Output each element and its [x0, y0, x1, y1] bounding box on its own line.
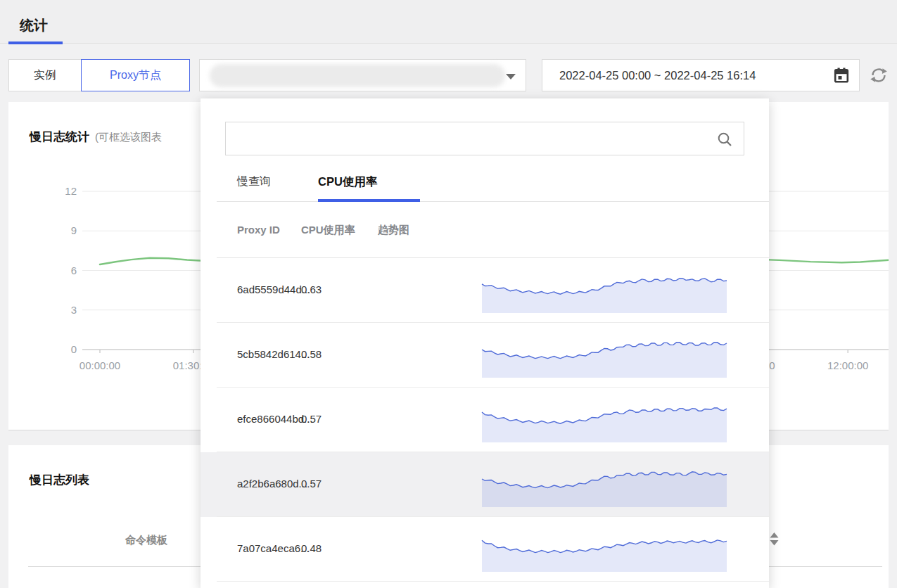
svg-text:00:00:00: 00:00:00	[79, 359, 120, 371]
proxy-row[interactable]: efce866044bd... 0.57	[201, 388, 769, 452]
cpu-trend-sparkline	[481, 267, 728, 313]
cpu-usage-cell: 0.57	[301, 478, 322, 490]
search-box	[225, 122, 744, 155]
svg-text:3: 3	[71, 304, 77, 316]
cpu-trend-sparkline	[481, 525, 728, 572]
sort-icon[interactable]	[770, 532, 779, 546]
proxy-row[interactable]: 7a07ca4eca6... 0.48	[201, 517, 769, 582]
column-header-command-template: 命令模板	[93, 534, 200, 547]
date-range-picker[interactable]: 2022-04-25 00:00 ~ 2022-04-25 16:14	[542, 59, 860, 91]
caret-down-icon	[506, 74, 516, 79]
slow-log-list-title: 慢日志列表	[30, 472, 89, 488]
column-header-trend: 趋势图	[378, 224, 409, 237]
column-header-cpu-usage: CPU使用率	[301, 224, 355, 237]
tab-statistics[interactable]: 统计	[20, 16, 48, 35]
search-input[interactable]	[226, 122, 744, 155]
proxy-node-select[interactable]	[199, 59, 526, 91]
cpu-usage-cell: 0.63	[301, 283, 322, 295]
tab-slow-query[interactable]: 慢查询	[237, 174, 271, 189]
active-panel-tab-underline	[318, 199, 420, 202]
proxy-id-cell: 5cb5842d614...	[237, 348, 310, 360]
column-header-proxy-id: Proxy ID	[237, 224, 280, 236]
cpu-usage-cell: 0.58	[301, 348, 322, 360]
cpu-usage-cell: 0.57	[301, 413, 322, 425]
search-icon	[717, 132, 733, 148]
proxy-row[interactable]: a2f2b6a680d... 0.57	[201, 452, 769, 517]
top-tab-bar: 统计	[0, 0, 897, 44]
svg-text:9: 9	[71, 224, 77, 236]
cpu-trend-sparkline	[481, 461, 728, 507]
proxy-table-rows: 6ad5559d44d... 0.63 5cb5842d614... 0.58 …	[201, 258, 769, 582]
svg-text:6: 6	[71, 264, 77, 276]
tab-cpu-usage[interactable]: CPU使用率	[318, 174, 377, 190]
proxy-row[interactable]: 5cb5842d614... 0.58	[201, 323, 769, 388]
proxy-id-cell: 6ad5559d44d...	[237, 283, 310, 295]
instance-tab-button[interactable]: 实例	[8, 59, 82, 91]
proxy-id-cell: 7a07ca4eca6...	[237, 542, 310, 554]
cpu-trend-sparkline	[481, 331, 728, 378]
proxy-node-tab-button[interactable]: Proxy节点	[81, 59, 190, 91]
tabs-divider	[217, 201, 769, 202]
cpu-trend-sparkline	[481, 396, 728, 442]
proxy-dropdown-panel: 慢查询 CPU使用率 Proxy ID CPU使用率 趋势图 6ad5559d4…	[201, 98, 769, 588]
svg-text:0: 0	[71, 343, 77, 355]
proxy-row[interactable]: 6ad5559d44d... 0.63	[201, 258, 769, 323]
refresh-button[interactable]	[870, 66, 888, 84]
calendar-icon	[833, 67, 850, 84]
date-range-value: 2022-04-25 00:00 ~ 2022-04-25 16:14	[559, 60, 756, 91]
active-tab-underline	[8, 41, 63, 44]
svg-text:12: 12	[65, 185, 77, 197]
cpu-usage-cell: 0.48	[301, 542, 322, 554]
refresh-icon	[870, 66, 888, 84]
svg-text:12:00:00: 12:00:00	[827, 359, 868, 371]
redacted-select-value	[210, 64, 505, 87]
proxy-id-cell: a2f2b6a680d...	[237, 478, 307, 490]
